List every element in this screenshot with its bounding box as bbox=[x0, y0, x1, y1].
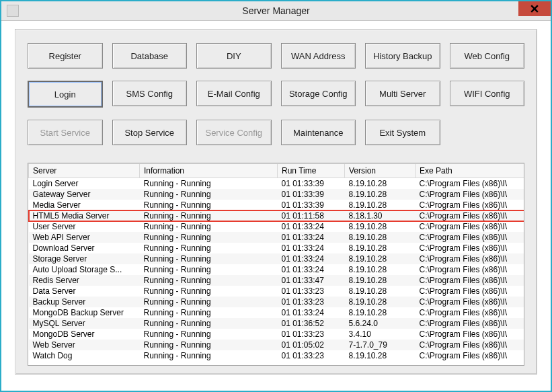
wan-address-button[interactable]: WAN Address bbox=[281, 43, 356, 69]
wifi-config-button[interactable]: WIFI Config bbox=[450, 81, 525, 106]
cell-path: C:\Program Files (x86)\I\ bbox=[416, 340, 525, 350]
table-row[interactable]: Web API ServerRunning - Running01 01:33:… bbox=[29, 232, 525, 243]
button-grid: RegisterDatabaseDIYWAN AddressHistory Ba… bbox=[28, 43, 524, 145]
cell-path: C:\Program Files (x86)\I\ bbox=[416, 297, 525, 307]
close-button[interactable] bbox=[518, 1, 551, 16]
cell-version: 8.19.10.28 bbox=[345, 286, 416, 297]
column-header[interactable]: Information bbox=[140, 164, 278, 178]
cell-path: C:\Program Files (x86)\I\ bbox=[416, 232, 525, 243]
cell-server: User Server bbox=[29, 221, 140, 232]
table-row[interactable]: MongoDB ServerRunning - Running01 01:33:… bbox=[29, 329, 525, 340]
cell-server: Auto Upload Storage S... bbox=[29, 264, 140, 275]
cell-runtime: 01 01:33:39 bbox=[278, 178, 345, 190]
cell-server: Download Server bbox=[29, 243, 140, 253]
cell-version: 8.19.10.28 bbox=[345, 200, 416, 210]
history-backup-button[interactable]: History Backup bbox=[365, 43, 440, 69]
table-row[interactable]: Auto Upload Storage S...Running - Runnin… bbox=[29, 264, 525, 275]
cell-runtime: 01 01:33:39 bbox=[278, 189, 345, 200]
cell-runtime: 01 01:33:47 bbox=[278, 275, 345, 286]
cell-version: 8.19.10.28 bbox=[345, 189, 416, 200]
cell-runtime: 01 01:05:02 bbox=[278, 340, 345, 350]
cell-server: Media Server bbox=[29, 200, 140, 210]
cell-path: C:\Program Files (x86)\I\ bbox=[416, 221, 525, 232]
cell-path: C:\Program Files (x86)\I\ bbox=[416, 253, 525, 264]
table-row[interactable]: HTML5 Media ServerRunning - Running01 01… bbox=[29, 210, 525, 221]
cell-path: C:\Program Files (x86)\I\ bbox=[416, 264, 525, 275]
diy-button[interactable]: DIY bbox=[196, 43, 272, 69]
cell-server: Backup Server bbox=[29, 297, 140, 307]
cell-path: C:\Program Files (x86)\I\ bbox=[416, 318, 525, 329]
stop-service-button[interactable]: Stop Service bbox=[112, 120, 188, 145]
table-row[interactable]: Watch DogRunning - Running01 01:33:238.1… bbox=[29, 350, 525, 361]
column-header[interactable]: Run Time bbox=[278, 164, 345, 178]
register-button[interactable]: Register bbox=[28, 43, 103, 69]
cell-path: C:\Program Files (x86)\I\ bbox=[416, 350, 525, 361]
cell-info: Running - Running bbox=[140, 340, 278, 350]
table-row[interactable]: Login ServerRunning - Running01 01:33:39… bbox=[29, 178, 525, 190]
cell-path: C:\Program Files (x86)\I\ bbox=[416, 210, 525, 221]
table-row[interactable]: MongoDB Backup ServerRunning - Running01… bbox=[29, 307, 525, 318]
sms-config-button[interactable]: SMS Config bbox=[112, 81, 188, 106]
cell-server: Web Server bbox=[29, 340, 140, 350]
table-row[interactable]: Download ServerRunning - Running01 01:33… bbox=[29, 243, 525, 253]
cell-info: Running - Running bbox=[140, 275, 278, 286]
window-frame: Server Manager RegisterDatabaseDIYWAN Ad… bbox=[0, 0, 552, 392]
cell-runtime: 01 01:33:24 bbox=[278, 221, 345, 232]
cell-runtime: 01 01:11:58 bbox=[278, 210, 345, 221]
email-config-button[interactable]: E-Mail Config bbox=[196, 81, 272, 106]
table-row[interactable]: Media ServerRunning - Running01 01:33:39… bbox=[29, 200, 525, 210]
cell-server: MongoDB Backup Server bbox=[29, 307, 140, 318]
maintenance-button[interactable]: Maintenance bbox=[281, 120, 356, 145]
cell-info: Running - Running bbox=[140, 350, 278, 361]
server-table: ServerInformationRun TimeVersionExe Path… bbox=[28, 163, 524, 361]
cell-runtime: 01 01:33:23 bbox=[278, 350, 345, 361]
table-row[interactable]: Gateway ServerRunning - Running01 01:33:… bbox=[29, 189, 525, 200]
cell-server: HTML5 Media Server bbox=[29, 210, 140, 221]
column-header[interactable]: Exe Path bbox=[416, 164, 525, 178]
cell-info: Running - Running bbox=[140, 264, 278, 275]
multi-server-button[interactable]: Multi Server bbox=[365, 81, 440, 106]
cell-path: C:\Program Files (x86)\I\ bbox=[416, 200, 525, 210]
cell-version: 7-1.7.0_79 bbox=[345, 340, 416, 350]
table-row[interactable]: MySQL ServerRunning - Running01 01:36:52… bbox=[29, 318, 525, 329]
cell-runtime: 01 01:33:24 bbox=[278, 307, 345, 318]
cell-server: Redis Server bbox=[29, 275, 140, 286]
cell-version: 8.19.10.28 bbox=[345, 264, 416, 275]
main-panel: RegisterDatabaseDIYWAN AddressHistory Ba… bbox=[15, 29, 537, 375]
cell-info: Running - Running bbox=[140, 253, 278, 264]
server-table-wrapper[interactable]: ServerInformationRun TimeVersionExe Path… bbox=[28, 163, 524, 366]
cell-version: 5.6.24.0 bbox=[345, 318, 416, 329]
cell-path: C:\Program Files (x86)\I\ bbox=[416, 329, 525, 340]
cell-server: MySQL Server bbox=[29, 318, 140, 329]
titlebar[interactable]: Server Manager bbox=[1, 1, 551, 21]
cell-version: 8.18.1.30 bbox=[345, 210, 416, 221]
cell-runtime: 01 01:33:24 bbox=[278, 253, 345, 264]
database-button[interactable]: Database bbox=[112, 43, 188, 69]
exit-system-button[interactable]: Exit System bbox=[365, 120, 440, 145]
cell-server: Storage Server bbox=[29, 253, 140, 264]
cell-info: Running - Running bbox=[140, 297, 278, 307]
table-row[interactable]: Redis ServerRunning - Running01 01:33:47… bbox=[29, 275, 525, 286]
table-row[interactable]: User ServerRunning - Running01 01:33:248… bbox=[29, 221, 525, 232]
cell-version: 8.19.10.28 bbox=[345, 243, 416, 253]
table-row[interactable]: Storage ServerRunning - Running01 01:33:… bbox=[29, 253, 525, 264]
cell-server: Data Server bbox=[29, 286, 140, 297]
table-row[interactable]: Web ServerRunning - Running01 01:05:027-… bbox=[29, 340, 525, 350]
column-header[interactable]: Server bbox=[29, 164, 140, 178]
cell-version: 8.19.10.28 bbox=[345, 178, 416, 190]
table-row[interactable]: Data ServerRunning - Running01 01:33:238… bbox=[29, 286, 525, 297]
web-config-button[interactable]: Web Config bbox=[450, 43, 525, 69]
cell-info: Running - Running bbox=[140, 210, 278, 221]
login-button[interactable]: Login bbox=[28, 81, 103, 108]
storage-config-button[interactable]: Storage Config bbox=[281, 81, 356, 106]
cell-server: Login Server bbox=[29, 178, 140, 190]
cell-runtime: 01 01:33:23 bbox=[278, 329, 345, 340]
cell-info: Running - Running bbox=[140, 243, 278, 253]
cell-server: Web API Server bbox=[29, 232, 140, 243]
cell-server: Watch Dog bbox=[29, 350, 140, 361]
cell-version: 8.19.10.28 bbox=[345, 307, 416, 318]
table-row[interactable]: Backup ServerRunning - Running01 01:33:2… bbox=[29, 297, 525, 307]
cell-version: 8.19.10.28 bbox=[345, 232, 416, 243]
cell-runtime: 01 01:36:52 bbox=[278, 318, 345, 329]
column-header[interactable]: Version bbox=[345, 164, 416, 178]
